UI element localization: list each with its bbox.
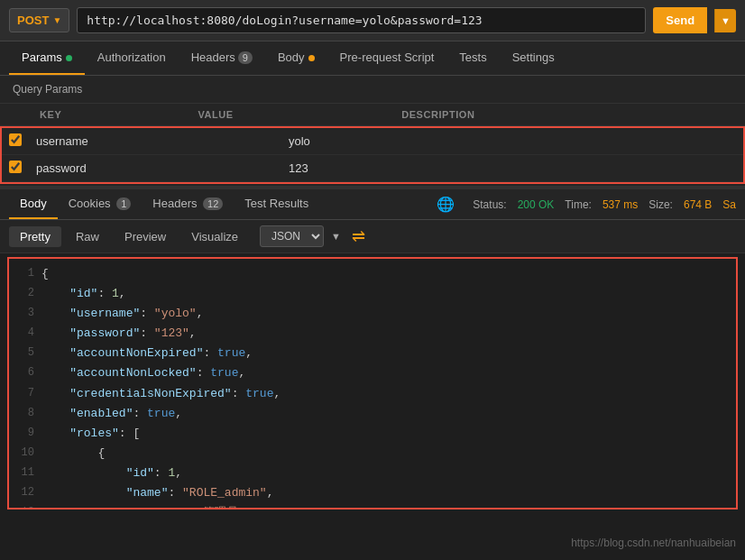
- col-key: KEY: [27, 104, 186, 126]
- view-tab-preview[interactable]: Preview: [114, 226, 177, 247]
- response-tab-cookies[interactable]: Cookies 1: [58, 189, 143, 219]
- view-tab-pretty[interactable]: Pretty: [9, 226, 61, 247]
- request-tab-bar: Params Authorization Headers9 Body Pre-r…: [0, 41, 745, 76]
- row2-checkbox[interactable]: [9, 161, 22, 173]
- time-label: Time:: [565, 198, 592, 211]
- params-table-rows: username yolo password 123: [2, 128, 743, 182]
- status-code: 200 OK: [518, 198, 555, 211]
- response-tab-testresults[interactable]: Test Results: [234, 189, 319, 219]
- col-value: VALUE: [186, 104, 390, 126]
- response-tab-headers[interactable]: Headers 12: [142, 189, 234, 219]
- tab-params[interactable]: Params: [9, 41, 85, 75]
- line-content: "name": "ROLE_admin",: [41, 483, 736, 503]
- line-content: {: [41, 444, 736, 464]
- method-arrow: ▼: [52, 15, 61, 25]
- url-bar: POST ▼ Send ▼: [0, 0, 745, 41]
- json-line: 8 "enabled": true,: [9, 404, 736, 424]
- col-action: [720, 104, 745, 126]
- tab-authorization[interactable]: Authorization: [85, 41, 179, 75]
- tab-headers[interactable]: Headers9: [179, 41, 265, 75]
- body-dot: [308, 55, 315, 61]
- row1-check-cell: [2, 128, 29, 155]
- line-content: "nameZh": "管理员": [41, 503, 736, 510]
- line-content: "accountNonLocked": true,: [41, 363, 736, 383]
- send-button[interactable]: Send: [653, 7, 707, 33]
- response-tab-bar: Body Cookies 1 Headers 12 Test Results 🌐…: [0, 189, 745, 220]
- row1-value: yolo: [281, 128, 462, 155]
- wrap-icon[interactable]: ⇌: [352, 226, 365, 246]
- params-highlighted-rows: username yolo password 123: [0, 126, 745, 184]
- query-params-label: Query Params: [0, 76, 745, 104]
- method-select[interactable]: POST ▼: [9, 8, 69, 32]
- tab-tests[interactable]: Tests: [446, 41, 499, 75]
- line-number: 6: [9, 363, 41, 381]
- view-tab-bar: Pretty Raw Preview Visualize JSON XML HT…: [0, 220, 745, 253]
- json-line: 13 "nameZh": "管理员": [9, 503, 736, 510]
- line-number: 10: [9, 444, 41, 462]
- line-content: "accountNonExpired": true,: [41, 344, 736, 363]
- send-dropdown-button[interactable]: ▼: [714, 9, 736, 32]
- table-row: username yolo: [2, 128, 743, 155]
- table-row: password 123: [2, 155, 743, 182]
- url-input[interactable]: [77, 7, 646, 33]
- line-number: 12: [9, 483, 41, 501]
- globe-icon: 🌐: [437, 196, 455, 213]
- line-number: 13: [9, 503, 41, 510]
- response-time: 537 ms: [602, 198, 638, 211]
- cookies-count: 1: [116, 197, 131, 210]
- params-table: KEY VALUE DESCRIPTION: [0, 104, 745, 126]
- tab-body[interactable]: Body: [265, 41, 327, 75]
- json-line: 4 "password": "123",: [9, 324, 736, 344]
- line-content: "roles": [: [41, 424, 736, 444]
- row2-value: 123: [281, 155, 462, 182]
- json-line: 1{: [9, 264, 736, 284]
- format-arrow: ▼: [331, 231, 341, 242]
- json-line: 12 "name": "ROLE_admin",: [9, 483, 736, 503]
- line-number: 9: [9, 424, 41, 442]
- line-number: 1: [9, 264, 41, 282]
- size-label: Size:: [648, 198, 673, 211]
- json-line: 9 "roles": [: [9, 424, 736, 444]
- row1-checkbox[interactable]: [9, 133, 22, 146]
- watermark: https://blog.csdn.net/nanhuaibeian: [571, 537, 736, 549]
- line-content: "credentialsNonExpired": true,: [41, 384, 736, 404]
- line-content: "password": "123",: [41, 324, 736, 344]
- row2-check-cell: [2, 155, 29, 182]
- status-info: 🌐 Status: 200 OK Time: 537 ms Size: 674 …: [437, 196, 736, 213]
- line-number: 11: [9, 464, 41, 482]
- save-label[interactable]: Sa: [722, 198, 736, 211]
- view-tab-visualize[interactable]: Visualize: [180, 226, 249, 247]
- json-line: 3 "username": "yolo",: [9, 304, 736, 324]
- json-line: 7 "credentialsNonExpired": true,: [9, 384, 736, 404]
- json-line: 6 "accountNonLocked": true,: [9, 363, 736, 383]
- response-size: 674 B: [684, 198, 712, 211]
- json-body: 1{2 "id": 1,3 "username": "yolo",4 "pass…: [7, 257, 738, 510]
- row2-key: password: [29, 155, 281, 182]
- tab-settings[interactable]: Settings: [500, 41, 567, 75]
- row2-action: [602, 155, 743, 182]
- line-number: 8: [9, 404, 41, 422]
- view-tab-raw[interactable]: Raw: [65, 226, 110, 247]
- line-content: "enabled": true,: [41, 404, 736, 424]
- params-table-header: KEY VALUE DESCRIPTION: [0, 104, 745, 126]
- json-line: 11 "id": 1,: [9, 464, 736, 483]
- line-number: 7: [9, 384, 41, 402]
- line-number: 2: [9, 284, 41, 302]
- line-number: 3: [9, 304, 41, 322]
- params-dot: [66, 55, 72, 61]
- json-line: 2 "id": 1,: [9, 284, 736, 304]
- resp-headers-count: 12: [203, 197, 223, 210]
- col-check: [0, 104, 27, 126]
- json-line: 10 {: [9, 444, 736, 464]
- line-content: {: [41, 264, 736, 284]
- tab-prerequest[interactable]: Pre-request Script: [327, 41, 447, 75]
- format-select[interactable]: JSON XML HTML: [260, 225, 324, 247]
- json-line: 5 "accountNonExpired": true,: [9, 344, 736, 363]
- row1-desc: [462, 128, 602, 155]
- line-content: "id": 1,: [41, 284, 736, 304]
- row2-desc: [462, 155, 602, 182]
- line-number: 5: [9, 344, 41, 362]
- line-content: "id": 1,: [41, 464, 736, 483]
- response-tab-body[interactable]: Body: [9, 189, 58, 219]
- headers-count: 9: [238, 51, 253, 64]
